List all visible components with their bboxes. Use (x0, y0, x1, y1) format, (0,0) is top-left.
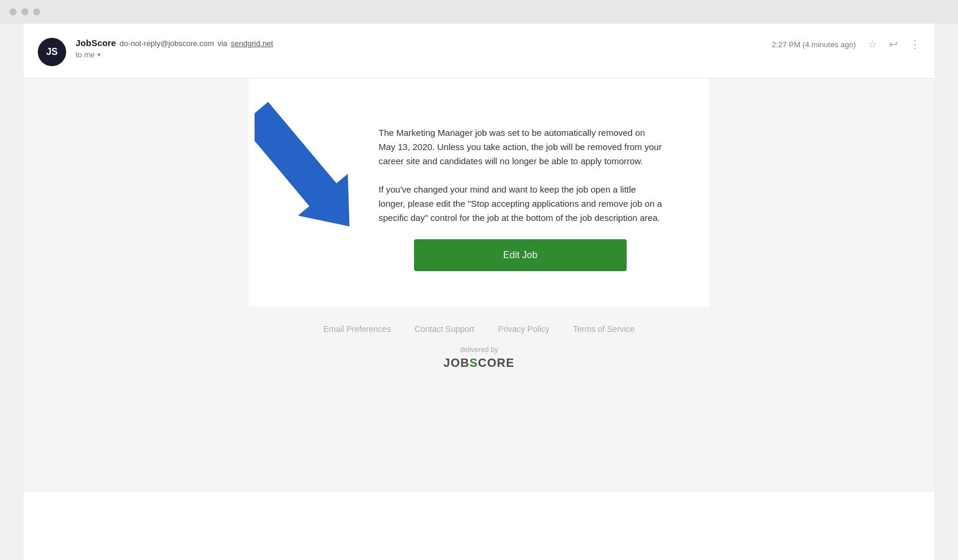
footer-brand: delivered by JOBSCORE (35, 346, 923, 370)
email-body-outer: The Marketing Manager job was set to be … (24, 79, 934, 492)
sender-via: via (217, 39, 227, 48)
traffic-light-close[interactable] (9, 8, 17, 15)
email-wrapper: JS JobScore do-not-reply@jobscore.com vi… (24, 24, 934, 560)
reply-icon[interactable]: ↩ (889, 38, 898, 51)
email-footer: Email Preferences Contact Support Privac… (24, 307, 934, 382)
email-header: JS JobScore do-not-reply@jobscore.com vi… (24, 24, 934, 79)
chevron-down-icon[interactable]: ▾ (97, 51, 100, 58)
email-paragraph-2: If you've changed your mind and want to … (379, 183, 662, 225)
email-meta: 2:27 PM (4 minutes ago) ☆ ↩ ⋮ (772, 38, 920, 51)
email-content-card: The Marketing Manager job was set to be … (249, 79, 709, 307)
traffic-light-minimize[interactable] (21, 8, 28, 15)
edit-job-button[interactable]: Edit Job (414, 239, 627, 271)
sender-name-line: JobScore do-not-reply@jobscore.com via s… (76, 38, 772, 48)
footer-link-terms-of-service[interactable]: Terms of Service (573, 324, 634, 334)
footer-link-privacy-policy[interactable]: Privacy Policy (498, 324, 549, 334)
arrow-area (249, 79, 379, 307)
email-time: 2:27 PM (4 minutes ago) (772, 40, 856, 49)
svg-marker-0 (255, 92, 361, 247)
email-paragraph-1: The Marketing Manager job was set to be … (379, 126, 662, 168)
star-icon[interactable]: ☆ (868, 38, 877, 51)
more-options-icon[interactable]: ⋮ (910, 38, 920, 51)
traffic-light-maximize[interactable] (33, 8, 40, 15)
title-bar (0, 0, 958, 24)
footer-link-contact-support[interactable]: Contact Support (415, 324, 474, 334)
footer-links: Email Preferences Contact Support Privac… (35, 324, 923, 334)
footer-link-email-preferences[interactable]: Email Preferences (324, 324, 391, 334)
to-me-label: to me (76, 50, 95, 59)
blue-arrow-icon (255, 82, 361, 271)
to-me: to me ▾ (76, 50, 772, 59)
avatar: JS (38, 38, 66, 66)
sender-info: JobScore do-not-reply@jobscore.com via s… (76, 38, 772, 59)
sender-name: JobScore (76, 38, 116, 48)
sender-email: do-not-reply@jobscore.com (119, 39, 214, 48)
delivered-by-label: delivered by (35, 346, 923, 354)
sender-via-domain[interactable]: sendgrid.net (231, 39, 273, 48)
brand-logo: JOBSCORE (35, 356, 923, 370)
